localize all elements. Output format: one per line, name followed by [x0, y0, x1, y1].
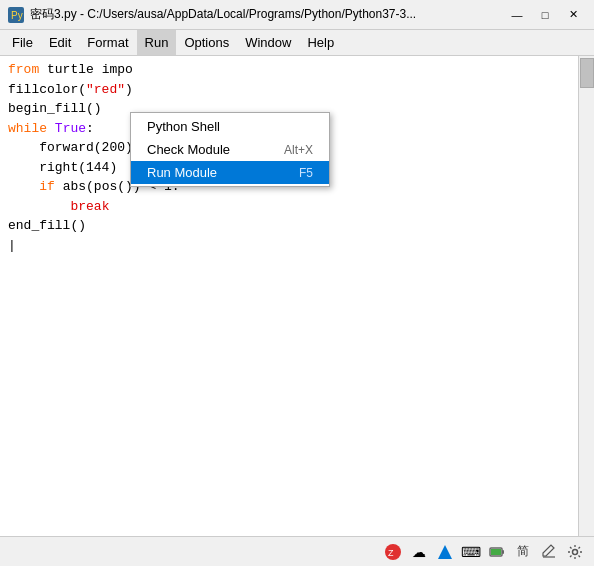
scrollbar-thumb[interactable]	[580, 58, 594, 88]
code-line: end_fill()	[8, 216, 570, 236]
editor-area: from turtle impo fillcolor("red") begin_…	[0, 56, 594, 536]
title-bar-left: Py 密码3.py - C:/Users/ausa/AppData/Local/…	[8, 6, 416, 23]
svg-point-9	[573, 549, 578, 554]
menu-help[interactable]: Help	[299, 30, 342, 55]
status-bar: Z ☁ ⌨ 简	[0, 536, 594, 566]
code-line: break	[8, 197, 570, 217]
run-module-label: Run Module	[147, 165, 217, 180]
svg-marker-4	[438, 545, 452, 559]
code-line: fillcolor("red")	[8, 80, 570, 100]
status-icon-keyboard[interactable]: ⌨	[460, 541, 482, 563]
code-line: from turtle impo	[8, 60, 570, 80]
minimize-button[interactable]: —	[504, 5, 530, 25]
vertical-scrollbar[interactable]	[578, 56, 594, 536]
status-icon-lang[interactable]: 简	[512, 541, 534, 563]
close-button[interactable]: ✕	[560, 5, 586, 25]
status-icon-edit[interactable]	[538, 541, 560, 563]
window-controls: — □ ✕	[504, 5, 586, 25]
menu-check-module[interactable]: Check Module Alt+X	[131, 138, 329, 161]
check-module-shortcut: Alt+X	[284, 143, 313, 157]
run-dropdown-menu: Python Shell Check Module Alt+X Run Modu…	[130, 112, 330, 187]
status-icon-1[interactable]: Z	[382, 541, 404, 563]
status-icon-2[interactable]: ☁	[408, 541, 430, 563]
svg-rect-6	[502, 550, 504, 554]
title-bar: Py 密码3.py - C:/Users/ausa/AppData/Local/…	[0, 0, 594, 30]
code-line-cursor	[8, 236, 570, 256]
python-icon: Py	[8, 7, 24, 23]
menu-format[interactable]: Format	[79, 30, 136, 55]
menu-window[interactable]: Window	[237, 30, 299, 55]
python-shell-label: Python Shell	[147, 119, 220, 134]
menu-options[interactable]: Options	[176, 30, 237, 55]
run-module-shortcut: F5	[299, 166, 313, 180]
menu-run[interactable]: Run	[137, 30, 177, 55]
svg-rect-7	[491, 549, 501, 555]
menu-bar: File Edit Format Run Options Window Help	[0, 30, 594, 56]
maximize-button[interactable]: □	[532, 5, 558, 25]
menu-run-module[interactable]: Run Module F5	[131, 161, 329, 184]
window-title: 密码3.py - C:/Users/ausa/AppData/Local/Pro…	[30, 6, 416, 23]
status-icon-battery[interactable]	[486, 541, 508, 563]
menu-python-shell[interactable]: Python Shell	[131, 115, 329, 138]
menu-file[interactable]: File	[4, 30, 41, 55]
check-module-label: Check Module	[147, 142, 230, 157]
svg-text:Z: Z	[388, 548, 394, 558]
menu-edit[interactable]: Edit	[41, 30, 79, 55]
status-icon-3[interactable]	[434, 541, 456, 563]
svg-text:Py: Py	[11, 10, 23, 21]
status-icon-settings[interactable]	[564, 541, 586, 563]
